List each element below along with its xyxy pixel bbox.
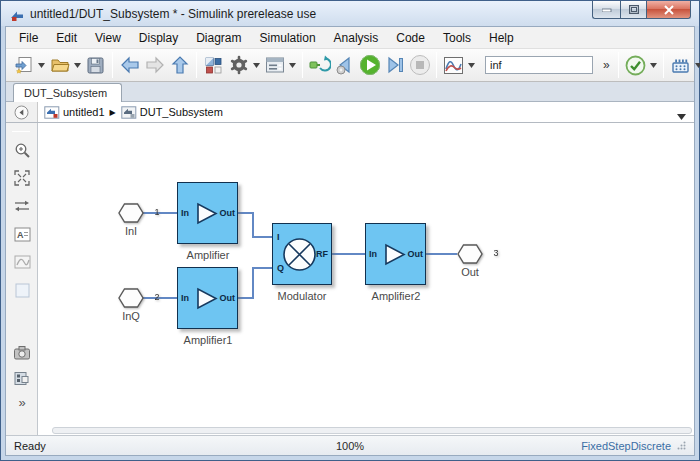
menu-view[interactable]: View — [86, 28, 130, 48]
breadcrumb-item-subsystem[interactable]: DUT_Subsystem — [121, 106, 223, 119]
amplifier2-in-port: In — [369, 249, 377, 259]
build-dropdown[interactable] — [693, 53, 700, 78]
model-browser-icon — [14, 371, 30, 386]
simulink-window: untitled1/DUT_Subsystem * - Simulink pre… — [0, 0, 700, 461]
circle-left-arrow-icon — [14, 105, 29, 120]
inport-2-label[interactable]: InQ — [106, 310, 156, 322]
maximize-icon — [629, 5, 639, 14]
minimize-button[interactable] — [592, 1, 620, 19]
wire-amplifier2-out[interactable] — [426, 253, 457, 255]
model-settings-button[interactable] — [226, 53, 251, 78]
outport-3-label[interactable]: Out — [445, 266, 495, 278]
wire-modulator-amplifier2[interactable] — [332, 253, 365, 255]
menu-simulation[interactable]: Simulation — [251, 28, 325, 48]
menu-file[interactable]: File — [10, 28, 47, 48]
caret-down-icon — [468, 63, 475, 68]
title-bar[interactable]: untitled1/DUT_Subsystem * - Simulink pre… — [1, 1, 699, 26]
inport-1[interactable]: 1 — [118, 203, 144, 223]
gain-triangle-icon — [196, 202, 219, 225]
menu-code[interactable]: Code — [387, 28, 434, 48]
model-configuration-dropdown[interactable] — [287, 53, 298, 78]
menu-edit[interactable]: Edit — [47, 28, 86, 48]
block-amplifier-label[interactable]: Amplifier — [163, 249, 253, 261]
forward-button[interactable] — [142, 53, 167, 78]
caret-down-icon — [289, 63, 296, 68]
outport-3[interactable]: 3 — [457, 244, 483, 264]
update-diagram-button[interactable] — [623, 53, 648, 78]
inport-2[interactable]: 2 — [118, 288, 144, 308]
model-browser-button[interactable] — [11, 367, 33, 389]
zoom-button[interactable] — [11, 139, 33, 161]
breadcrumb-back-button[interactable] — [6, 102, 38, 122]
breadcrumb-bar: untitled1 ▶ DUT_Subsystem — [6, 102, 694, 123]
palette-overflow-button[interactable]: » — [11, 391, 33, 413]
stop-time-input[interactable] — [485, 56, 593, 74]
green-check-icon — [625, 55, 646, 76]
wire-to-modulator-i[interactable] — [252, 236, 272, 238]
new-model-button[interactable] — [11, 53, 36, 78]
menu-tools[interactable]: Tools — [434, 28, 480, 48]
horizontal-scrollbar[interactable] — [52, 427, 692, 434]
model-settings-dropdown[interactable] — [251, 53, 262, 78]
tab-bar: DUT_Subsystem — [6, 82, 694, 102]
inport-hexagon-icon — [118, 288, 144, 308]
step-back-button[interactable] — [332, 53, 357, 78]
library-browser-button[interactable] — [201, 53, 226, 78]
step-back-icon — [335, 55, 355, 75]
breadcrumb-separator: ▶ — [110, 108, 116, 117]
data-inspector-icon — [443, 56, 464, 75]
solver-link[interactable]: FixedStepDiscrete — [581, 440, 671, 452]
open-dropdown[interactable] — [72, 53, 83, 78]
wire-amplifier1-up[interactable] — [252, 267, 254, 299]
fit-to-view-button[interactable] — [11, 167, 33, 189]
menu-analysis[interactable]: Analysis — [325, 28, 388, 48]
run-button[interactable] — [357, 53, 382, 78]
step-forward-button[interactable] — [382, 53, 407, 78]
tab-dut-subsystem[interactable]: DUT_Subsystem — [13, 83, 122, 102]
block-amplifier2[interactable]: In Out — [365, 223, 426, 285]
toolbar-overflow-button[interactable]: » — [599, 58, 614, 72]
update-diagram-dropdown[interactable] — [648, 53, 659, 78]
block-modulator-label[interactable]: Modulator — [257, 290, 347, 302]
breadcrumb-item-model[interactable]: untitled1 — [44, 106, 105, 119]
data-inspector-dropdown[interactable] — [466, 53, 477, 78]
step-forward-icon — [385, 55, 405, 75]
gear-icon — [229, 55, 249, 75]
new-model-dropdown[interactable] — [36, 53, 47, 78]
block-amplifier1[interactable]: In Out — [177, 267, 238, 329]
signal-viewer-icon — [14, 255, 31, 269]
breadcrumb: untitled1 ▶ DUT_Subsystem — [38, 102, 694, 122]
sample-time-button[interactable] — [11, 279, 33, 301]
menu-help[interactable]: Help — [480, 28, 523, 48]
connect-to-target-button[interactable] — [307, 53, 332, 78]
model-configuration-button[interactable] — [262, 53, 287, 78]
menu-display[interactable]: Display — [130, 28, 187, 48]
camera-icon — [13, 345, 31, 360]
save-button[interactable] — [83, 53, 108, 78]
menu-diagram[interactable]: Diagram — [187, 28, 250, 48]
wire-to-modulator-q[interactable] — [252, 267, 272, 269]
screenshot-button[interactable] — [11, 341, 33, 363]
inport-1-label[interactable]: InI — [106, 225, 156, 237]
signal-routing-button[interactable] — [11, 195, 33, 217]
breadcrumb-history-dropdown[interactable] — [677, 109, 686, 123]
modulator-rf-port: RF — [316, 249, 328, 259]
maximize-button[interactable] — [620, 1, 647, 19]
close-button[interactable] — [647, 1, 691, 19]
caret-down-icon — [650, 63, 657, 68]
up-to-parent-button[interactable] — [167, 53, 192, 78]
stop-button[interactable] — [407, 53, 432, 78]
block-amplifier[interactable]: In Out — [177, 182, 238, 244]
data-inspector-button[interactable] — [441, 53, 466, 78]
diagram-canvas[interactable]: 1 InI 2 InQ In Out — [38, 123, 694, 435]
annotation-button[interactable]: A — [11, 223, 33, 245]
signal-viewer-button[interactable] — [11, 251, 33, 273]
block-amplifier2-label[interactable]: Amplifier2 — [351, 290, 441, 302]
back-button[interactable] — [117, 53, 142, 78]
open-button[interactable] — [47, 53, 72, 78]
block-amplifier1-label[interactable]: Amplifier1 — [163, 334, 253, 346]
minimize-icon — [602, 8, 612, 12]
wire-amplifier-down[interactable] — [252, 212, 254, 238]
build-button[interactable] — [668, 53, 693, 78]
block-modulator[interactable]: I Q RF — [272, 223, 332, 285]
